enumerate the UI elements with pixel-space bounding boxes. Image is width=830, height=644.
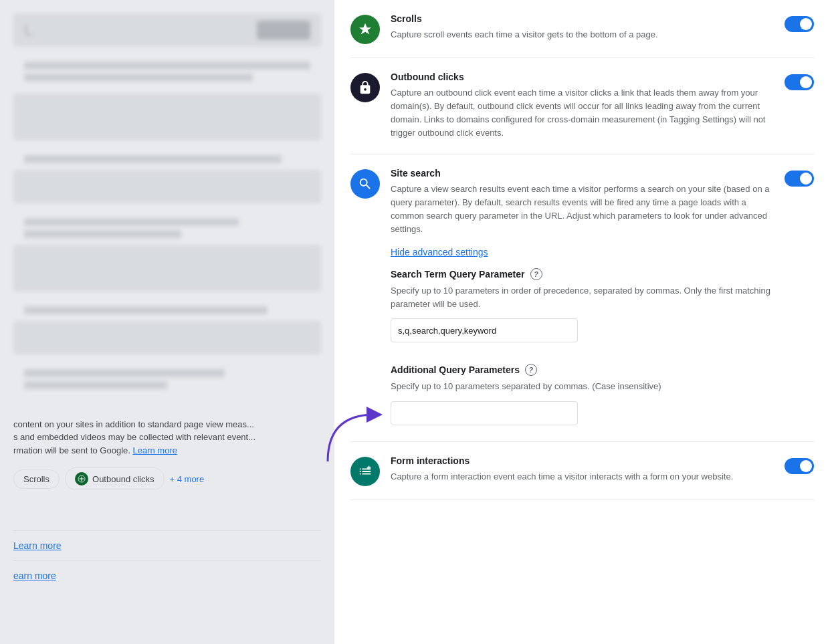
- right-panel: Scrolls Capture scroll events each time …: [334, 0, 830, 644]
- left-panel: L content on your sites in addition to s…: [0, 0, 334, 644]
- search-term-param-desc: Specify up to 10 parameters in order of …: [391, 284, 774, 310]
- scrolls-icon: [350, 15, 380, 44]
- learn-more-link-2[interactable]: earn more: [13, 570, 56, 581]
- scrolls-title: Scrolls: [391, 13, 774, 24]
- scrolls-toggle[interactable]: ✓: [785, 16, 814, 32]
- scrolls-desc: Capture scroll events each time a visito…: [391, 28, 774, 41]
- magnifier-icon: [358, 177, 373, 191]
- form-interactions-event-item: Form interactions Capture a form interac…: [350, 442, 814, 500]
- form-interactions-content: Form interactions Capture a form interac…: [391, 455, 774, 484]
- lock-icon: [358, 80, 373, 95]
- learn-more-block-2: earn more: [13, 560, 321, 591]
- outbound-clicks-icon: [350, 73, 380, 102]
- site-search-desc: Capture a view search results event each…: [391, 183, 774, 237]
- site-search-title: Site search: [391, 168, 774, 179]
- scrolls-toggle-slider: [785, 16, 814, 32]
- search-term-help-icon[interactable]: ?: [530, 268, 542, 280]
- site-search-content: Site search Capture a view search result…: [391, 168, 774, 428]
- form-interactions-desc: Capture a form interaction event each ti…: [391, 470, 774, 484]
- outbound-clicks-pill[interactable]: Outbound clicks: [65, 467, 165, 490]
- outbound-clicks-toggle-container[interactable]: ✓: [785, 74, 814, 90]
- site-search-icon: [350, 169, 380, 199]
- left-learn-more-section: Learn more earn more: [0, 530, 334, 591]
- learn-more-block-1: Learn more: [13, 530, 321, 560]
- outbound-clicks-pill-icon: [75, 472, 88, 486]
- site-search-toggle-container[interactable]: ✓: [785, 171, 814, 187]
- arrow-annotation: [314, 395, 395, 477]
- hide-advanced-link[interactable]: Hide advanced settings: [391, 247, 488, 257]
- scrolls-content: Scrolls Capture scroll events each time …: [391, 13, 774, 41]
- learn-more-link-1[interactable]: Learn more: [13, 540, 62, 551]
- form-interactions-toggle-slider: [785, 458, 814, 474]
- additional-query-help-icon[interactable]: ?: [525, 364, 537, 376]
- scrolls-pill-label: Scrolls: [23, 474, 49, 484]
- additional-query-input[interactable]: [391, 401, 578, 425]
- search-term-param-section: Search Term Query Parameter ? Specify up…: [391, 257, 774, 353]
- svg-rect-1: [82, 477, 82, 481]
- arrow-svg: [314, 395, 395, 475]
- site-search-toggle-slider: [785, 171, 814, 187]
- outbound-clicks-pill-label: Outbound clicks: [92, 474, 154, 484]
- scrolls-event-item: Scrolls Capture scroll events each time …: [350, 0, 814, 58]
- outbound-clicks-toggle-slider: [785, 74, 814, 90]
- diamond-cross-icon: [358, 22, 373, 37]
- scrolls-pill[interactable]: Scrolls: [13, 469, 60, 489]
- left-bottom-content: content on your sites in addition to sta…: [0, 405, 334, 524]
- form-interactions-title: Form interactions: [391, 455, 774, 466]
- outbound-clicks-content: Outbound clicks Capture an outbound clic…: [391, 72, 774, 140]
- scrolls-toggle-container[interactable]: ✓: [785, 16, 814, 32]
- site-search-toggle[interactable]: ✓: [785, 171, 814, 187]
- search-term-param-title: Search Term Query Parameter ?: [391, 268, 774, 280]
- left-description-text: content on your sites in addition to sta…: [13, 418, 321, 457]
- outbound-clicks-event-item: Outbound clicks Capture an outbound clic…: [350, 58, 814, 154]
- additional-query-param-section: Additional Query Parameters ? Specify up…: [391, 353, 774, 428]
- additional-query-param-desc: Specify up to 10 parameters separated by…: [391, 380, 774, 393]
- left-learn-more-link[interactable]: Learn more: [132, 445, 177, 455]
- form-interactions-toggle[interactable]: ✓: [785, 458, 814, 474]
- pills-row: Scrolls Outbound clicks + 4 more: [13, 467, 321, 490]
- additional-query-param-title: Additional Query Parameters ?: [391, 364, 774, 376]
- plus-more-pill[interactable]: + 4 more: [170, 474, 205, 484]
- outbound-clicks-title: Outbound clicks: [391, 72, 774, 82]
- outbound-clicks-desc: Capture an outbound click event each tim…: [391, 86, 774, 140]
- outbound-clicks-toggle[interactable]: ✓: [785, 74, 814, 90]
- form-interactions-toggle-container[interactable]: ✓: [785, 458, 814, 474]
- site-search-event-item: Site search Capture a view search result…: [350, 154, 814, 442]
- advanced-settings-section: Hide advanced settings: [391, 236, 774, 257]
- search-term-input[interactable]: [391, 318, 578, 342]
